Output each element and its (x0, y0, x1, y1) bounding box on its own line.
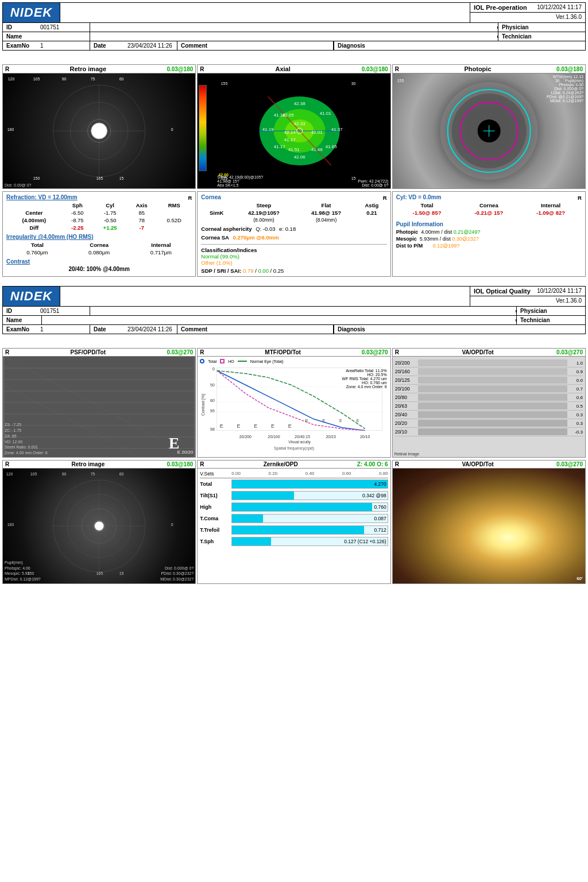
mode-row: IOL Pre-operation 10/12/2024 11:17 (470, 3, 585, 13)
svg-text:60: 60 (119, 77, 124, 81)
header-section-2: NIDEK IOL Optical Quality 10/12/2024 11:… (2, 286, 586, 334)
axial-eye: R (200, 66, 204, 72)
area-ho: HO: 20.5% (342, 373, 387, 377)
simk-flat-mm: (8.04mm) (296, 216, 357, 223)
psf-image-area: E E 20/20 ZS: -7.25 ZC: -1.75 ZA: 85 VD:… (3, 357, 195, 457)
va-img-5 (418, 403, 567, 409)
h2-date-label: Date (94, 326, 125, 332)
zk-060: 0.60 (342, 471, 351, 477)
image-panels-row: R Retro image 0.03@180 120 (2, 64, 586, 189)
irregularity-section: Irregularity @4.00mm (HO RMS) Total Corn… (6, 234, 192, 256)
va2-panel: R VA/OPD/Tot 0.03@270 60' (392, 460, 586, 584)
h2-examno-value: 1 (40, 326, 86, 332)
svg-text:20/200: 20/200 (239, 435, 252, 439)
psf-title: PSF/OPD/Tot (71, 349, 106, 355)
mtf-eye: R (200, 349, 204, 355)
axial-value: 0.03@180 (362, 66, 388, 72)
nidek-logo-2: NIDEK (3, 287, 60, 306)
va-panel: R VA/OPD/Tot 0.03@270 20/2001.020/1600.9… (392, 348, 586, 458)
cyl-title: Cyl: VD = 0.0mm (396, 194, 442, 200)
retro-dist-label: Dist: 0.00@ 0? (5, 183, 31, 187)
h2-diagnosis-cell: Diagnosis (334, 325, 585, 334)
svg-text:155: 155 (221, 82, 228, 86)
r2-dist: Dist: 0.000@ 0? (160, 566, 194, 571)
svg-text:150: 150 (33, 176, 40, 180)
psf-header: R PSF/OPD/Tot 0.03@270 (3, 349, 195, 357)
va-row-8: 20/10-0.3 (395, 428, 583, 436)
contrast-value: 20/40: 100% @4.00mm (6, 266, 192, 272)
simk-flat: 41.98@ 15? (296, 209, 357, 216)
diff-sph: -2.25 (62, 224, 93, 231)
svg-text:90: 90 (62, 472, 67, 476)
other-val: Other (1.0%) (201, 260, 386, 266)
h2-physician-label: Physician (520, 308, 552, 314)
va-rows: 20/2001.020/1600.920/1250.020/1000.720/8… (395, 359, 583, 436)
pupil-title: Pupil Information (396, 221, 582, 227)
examno-value: 1 (40, 42, 86, 49)
photopic-row: Photopic 4.00mm / dist 0.21@249? (396, 229, 582, 235)
h2-name-cell: Name (3, 316, 42, 324)
version-label: Ver.1.36.0 (556, 14, 582, 20)
r2-pupil: Pupil(mm) (5, 560, 41, 566)
mode2-row: IOL Optical Quality 10/12/2024 11:17 (470, 287, 585, 296)
zk-scale: 0.00 0.20 0.40 0.60 0.80 (231, 471, 388, 477)
mode-label: IOL Pre-operation (474, 4, 527, 11)
version2-label: Ver.1.36.0 (556, 297, 582, 304)
photopic-value: 0.03@180 (556, 66, 583, 72)
va-row-1: 20/1600.9 (395, 368, 583, 376)
physician-label: Physician (502, 24, 533, 30)
svg-text:20/23: 20/23 (326, 435, 336, 439)
name-row: Name Technician (3, 32, 585, 41)
zk-row-label-0: Total (200, 481, 231, 487)
svg-text:42.33: 42.33 (294, 121, 306, 126)
retro2-header: R Retro image 0.03@180 (3, 461, 195, 469)
mtf-header: R MTF/OPD/Tot 0.03@270 (198, 349, 390, 357)
svg-text:41.17: 41.17 (274, 144, 286, 149)
retro-svg: 120 105 90 75 60 180 0 150 15 165 (3, 74, 195, 188)
version-row: Ver.1.36.0 (470, 13, 585, 21)
cyl-col-total: Total (396, 202, 458, 209)
va-retinal-label: Retinal Image (394, 452, 419, 456)
data-panels-row: Refraction: VD = 12.00mm R Sph Cyl Axis … (2, 191, 586, 277)
retro-image-area: 120 105 90 75 60 180 0 150 15 165 Dist: … (3, 74, 195, 188)
diagnosis-cell: Diagnosis (334, 41, 585, 50)
retro2-image-area: 120 105 90 75 60 180 0 150 165 15 Pupil(… (3, 469, 195, 583)
psf-mtf-va-row: R PSF/OPD/Tot 0.03@270 (2, 348, 586, 458)
pupil-val: Pupil(mm) (547, 79, 583, 83)
zernike-eye: R (200, 461, 204, 467)
svg-text:E: E (305, 418, 308, 423)
header2-right: IOL Optical Quality 10/12/2024 11:17 Ver… (470, 287, 585, 306)
zk-vsets-label: V.Sets (200, 471, 231, 477)
va2-image-area: 60' (393, 469, 585, 583)
svg-text:42.06: 42.06 (294, 154, 306, 160)
name-spacer (90, 36, 498, 38)
svg-point-6 (91, 123, 107, 139)
zk-row-label-4: T.Trefoil (200, 527, 231, 533)
va-val-3: 0.7 (568, 386, 583, 392)
va-val-5: 0.5 (568, 404, 583, 409)
center-cyl: -1.75 (93, 209, 127, 216)
va-val-2: 0.0 (568, 378, 583, 383)
asphericity-label: Corneal asphericity (201, 226, 252, 232)
col-cyl: Cyl (93, 202, 127, 209)
zk-020: 0.20 (269, 471, 278, 477)
h2-physician-cell: Physician (516, 307, 585, 315)
va2-value: 0.03@270 (556, 461, 583, 467)
datetime2-label: 10/12/2024 11:17 (537, 288, 582, 295)
va-label-6: 20/40 (395, 412, 417, 417)
diagnosis-label: Diagnosis (338, 42, 369, 49)
center-sph: -6.50 (62, 209, 93, 216)
h2-technician-label: Technician (520, 317, 552, 323)
svg-text:E: E (339, 419, 342, 423)
retro-title: Retro image (70, 65, 107, 72)
va2-title: VA/OPD/Tot (462, 461, 493, 467)
axial-scale-indicator: 42.00 (218, 173, 229, 177)
classification-section: Classification/Indices Normal (99.0%) Ot… (201, 244, 386, 274)
mtf-chart-area: Total HO Normal Eye (Total) AreaRatio To… (198, 357, 390, 457)
cyl-col-cornea: Cornea (458, 202, 520, 209)
zk-row-label-1: Tilt(S1) (200, 493, 231, 498)
diff-cyl: +1.25 (93, 224, 127, 231)
physician-cell: Physician (498, 23, 585, 32)
svg-text:42.01: 42.01 (311, 130, 323, 135)
id-label: ID (6, 24, 38, 30)
